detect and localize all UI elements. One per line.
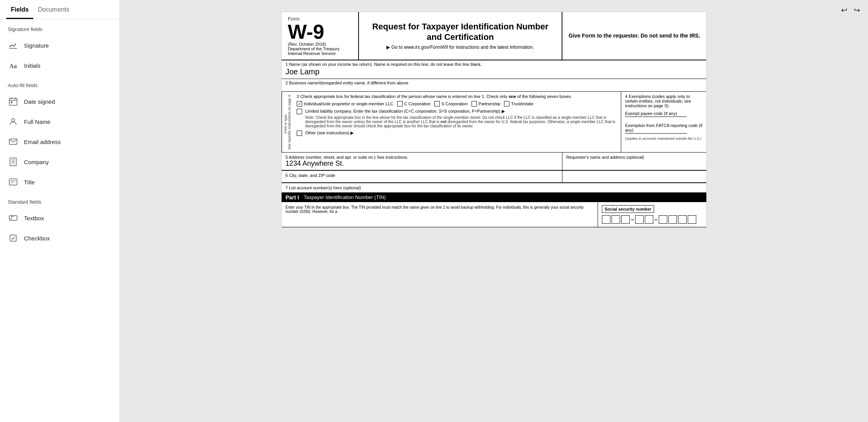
- field3-label: 3 Check appropriate box for federal tax …: [297, 94, 617, 99]
- sidebar-item-checkbox[interactable]: Checkbox: [0, 228, 120, 248]
- svg-rect-2: [9, 98, 17, 105]
- field2-label: 2 Business name/disregarded entity name,…: [282, 79, 706, 91]
- part1-header: Part I Taxpayer Identification Number (T…: [282, 193, 706, 202]
- checkbox-c-corp-label: C Corporation: [404, 101, 431, 106]
- redo-button[interactable]: ↪: [854, 5, 860, 15]
- sidebar-item-email[interactable]: Email address: [0, 132, 120, 152]
- form-w9-title: W-9: [288, 22, 352, 42]
- date-icon: [8, 96, 19, 107]
- company-label: Company: [24, 159, 49, 165]
- requester-cell: Requester's name and address (optional): [562, 153, 706, 170]
- form-main-title: Request for Taxpayer Identification Numb…: [367, 22, 554, 42]
- tab-fields[interactable]: Fields: [6, 0, 33, 19]
- ssn-box-3[interactable]: [621, 215, 630, 224]
- fatca-label: Exemption from FATCA reporting code (if …: [625, 123, 702, 134]
- checkbox-row: Individual/sole proprietor or single-mem…: [297, 101, 617, 106]
- checkbox-llc-box[interactable]: [297, 109, 302, 114]
- sidebar-item-initials[interactable]: Aa Initials: [0, 55, 120, 75]
- signature-icon: [8, 40, 19, 51]
- form-header: Form W-9 (Rev. October 2018) Department …: [282, 12, 706, 60]
- svg-point-7: [12, 118, 15, 122]
- fatca-note: (Applies to accounts maintained outside …: [625, 137, 702, 141]
- checkbox-trust-box[interactable]: [504, 101, 509, 106]
- ssn-box-5[interactable]: [645, 215, 653, 224]
- sidebar-item-company[interactable]: Company: [0, 152, 120, 172]
- checkbox-partnership-box[interactable]: [472, 101, 477, 106]
- checkbox-partnership-label: Partnership: [478, 101, 500, 106]
- checkbox-c-corp[interactable]: C Corporation: [397, 101, 431, 106]
- requester-label: Requester's name and address (optional): [566, 155, 702, 160]
- ssn-box-4[interactable]: [635, 215, 644, 224]
- ssn-sep-1: –: [631, 216, 634, 223]
- main-content: Form W-9 (Rev. October 2018) Department …: [120, 0, 868, 422]
- exempt-payee-label: Exempt payee code (if any): [625, 111, 702, 117]
- ssn-box-1[interactable]: [602, 215, 610, 224]
- checkbox-c-corp-box[interactable]: [397, 101, 403, 106]
- standard-fields-label: Standard fields: [0, 192, 120, 208]
- field5-value: 1234 Anywhere St.: [285, 160, 558, 168]
- checkbox-individual[interactable]: Individual/sole proprietor or single-mem…: [297, 101, 393, 106]
- checkbox-s-corp[interactable]: S Corporation: [434, 101, 468, 106]
- ssn-sep-2: –: [654, 216, 658, 223]
- svg-text:T: T: [11, 217, 13, 220]
- email-label: Email address: [24, 139, 61, 145]
- initials-label: Initials: [24, 62, 41, 69]
- checkbox-partnership[interactable]: Partnership: [472, 101, 500, 106]
- signature-fields-label: Signature fields: [0, 19, 120, 35]
- checkbox-individual-box[interactable]: [297, 101, 302, 106]
- sidebar-item-full-name[interactable]: Full Name: [0, 112, 120, 132]
- ssn-box-9[interactable]: [688, 215, 696, 224]
- dept-label: Department of the Treasury: [288, 46, 352, 51]
- field7-label: 7 List account number(s) here (optional): [285, 185, 361, 190]
- ssn-box-2[interactable]: [612, 215, 620, 224]
- signature-label: Signature: [24, 42, 49, 49]
- checkbox-individual-label: Individual/sole proprietor or single-mem…: [304, 101, 393, 106]
- field7-section: 7 List account number(s) here (optional): [282, 183, 706, 193]
- field5-cell: 5 Address (number, street, and apt. or s…: [282, 153, 562, 170]
- tab-documents[interactable]: Documents: [33, 0, 74, 19]
- textbox-icon: T: [8, 213, 19, 223]
- checkbox-s-corp-box[interactable]: [434, 101, 440, 106]
- undo-button[interactable]: ↩: [841, 5, 847, 15]
- tin-left: Enter your TIN in the appropriate box. T…: [282, 202, 598, 227]
- form-field1-section: 1 Name (as shown on your income tax retu…: [282, 60, 706, 79]
- tin-text: Enter your TIN in the appropriate box. T…: [285, 205, 594, 214]
- sidebar-item-date-signed[interactable]: Date signed: [0, 91, 120, 112]
- textbox-label: Textbox: [24, 215, 44, 221]
- form-goto: ▶ Go to www.irs.gov/FormW9 for instructi…: [367, 45, 554, 50]
- company-icon: [8, 156, 19, 167]
- checkbox-other-box[interactable]: [297, 130, 302, 136]
- field1-label: 1 Name (as shown on your income tax retu…: [282, 60, 706, 67]
- form-header-center: Request for Taxpayer Identification Numb…: [359, 12, 562, 60]
- field1-value: Joe Lamp: [282, 67, 706, 79]
- ssn-box-7[interactable]: [668, 215, 677, 224]
- sidebar-item-textbox[interactable]: T Textbox: [0, 208, 120, 228]
- top-bar: ↩ ↪: [833, 0, 868, 20]
- field6-cell: 6 City, state, and ZIP code: [282, 171, 562, 182]
- ssn-label: Social security number: [602, 205, 654, 213]
- tin-right: Social security number – –: [598, 202, 706, 227]
- svg-rect-13: [9, 179, 17, 185]
- llc-text: Limited liability company. Enter the tax…: [305, 109, 617, 128]
- svg-rect-6: [11, 101, 12, 103]
- checkbox-trust[interactable]: Trust/estate: [504, 101, 533, 106]
- requester-value-cell: [562, 171, 706, 182]
- date-signed-label: Date signed: [24, 98, 55, 105]
- field5-label: 5 Address (number, street, and apt. or s…: [285, 155, 558, 160]
- checkbox-s-corp-label: S Corporation: [441, 101, 468, 106]
- person-icon: [8, 116, 19, 127]
- part1-label: Part I: [285, 194, 299, 201]
- ssn-box-8[interactable]: [678, 215, 687, 224]
- other-row: Other (see instructions) ▶: [297, 130, 617, 136]
- ssn-box-6[interactable]: [659, 215, 667, 224]
- address-section: 5 Address (number, street, and apt. or s…: [282, 153, 706, 183]
- exemptions-section: 4 Exemptions (codes apply only to certai…: [621, 92, 706, 152]
- sidebar-item-title[interactable]: Title: [0, 172, 120, 192]
- irs-label: Internal Revenue Service: [288, 51, 352, 56]
- form-sidebar-text: Print or type. See Specific Instructions…: [282, 92, 293, 152]
- svg-rect-20: [10, 235, 16, 241]
- email-icon: [8, 136, 19, 147]
- sidebar-item-signature[interactable]: Signature: [0, 35, 120, 55]
- form-header-right: Give Form to the requester. Do not send …: [562, 12, 706, 60]
- svg-text:Aa: Aa: [9, 63, 17, 69]
